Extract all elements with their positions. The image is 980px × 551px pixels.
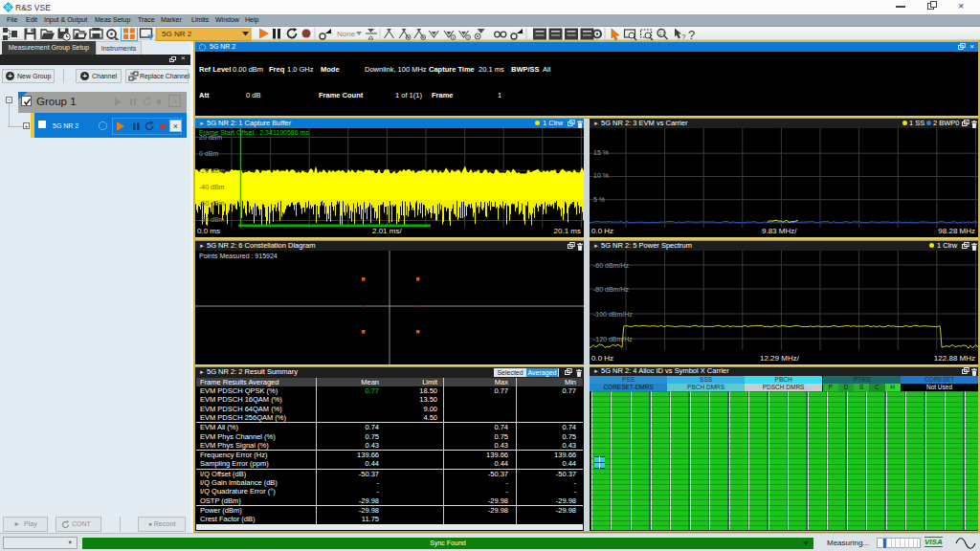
svg-text:None: None: [337, 30, 356, 38]
svg-text:?: ?: [688, 28, 695, 41]
svg-text:5G NR 2: 5G NR 2: [162, 30, 192, 38]
svg-text:?: ?: [681, 33, 686, 41]
svg-text:1:1: 1:1: [659, 32, 666, 36]
